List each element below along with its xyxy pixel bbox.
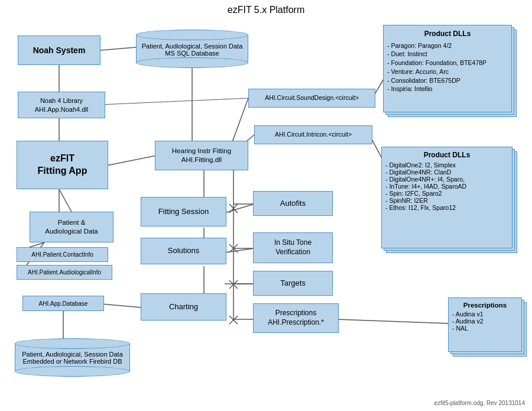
targets-box: Targets <box>253 271 333 296</box>
product-dlls-bottom-item-4: - InTune: I4+, I4AD, SparoAD <box>385 183 508 190</box>
product-dlls-top: Product DLLs - Paragon: Paragon 4/2 - Du… <box>383 25 512 114</box>
page-title: ezFIT 5.x Platform <box>0 5 532 15</box>
prescriptions-box: Prescriptions AHI.Prescription.* <box>253 303 339 333</box>
svg-line-0 <box>100 47 136 50</box>
product-dlls-top-item-1: - Paragon: Paragon 4/2 <box>387 41 452 50</box>
ezfit-app-box: ezFIT Fitting App <box>17 141 108 189</box>
svg-line-32 <box>229 280 238 289</box>
product-dlls-bottom-item-7: - Ethos: I12, Flx, Sparo12 <box>385 204 508 211</box>
svg-line-11 <box>225 248 254 253</box>
hearing-instr-box: Hearing Instr Fitting AHI.Fitting.dll <box>155 141 248 170</box>
product-dlls-top-item-3: - Foundation: Foundation, BTE478P <box>387 59 486 67</box>
svg-line-5 <box>231 98 248 147</box>
svg-line-20 <box>102 304 142 308</box>
product-dlls-bottom-item-6: - SpinNR: I2ER <box>385 197 508 204</box>
noah-system-box: Noah System <box>18 35 100 65</box>
svg-line-33 <box>229 280 238 289</box>
product-dlls-top-title: Product DLLs <box>387 29 508 39</box>
footnote: ezfit5-platform.odg, Rev 20131014 <box>434 400 525 406</box>
ahi-circuit-intricon-box: AHI.Circuit.Intricon.<circuit> <box>254 125 372 144</box>
autofits-box: Autofits <box>253 191 333 216</box>
noah-library-box: Noah 4 Library AHI.App.Noah4.dll <box>18 92 105 118</box>
firebird-db-label: Patient, Audiological, Session Data Embe… <box>22 351 123 365</box>
ahi-circuit-sound-box: AHI.Circuit.SoundDesign.<circuit> <box>248 89 375 108</box>
product-dlls-bottom-item-5: - Spin: I2FC, Sparo2 <box>385 190 508 197</box>
product-dlls-top-item-4: - Venture: Accurio, Arc <box>387 67 449 76</box>
prescriptions-right-item-1: - Audina v1 <box>452 310 518 318</box>
product-dlls-bottom-item-3: - DigitalOne4NR+: I4, Sparo, <box>385 176 508 183</box>
ahi-patient-audio-box: AHI.Patient.AudiologicalInfo <box>17 265 112 280</box>
fitting-session-box: Fitting Session <box>141 197 226 226</box>
svg-line-22 <box>59 189 72 213</box>
prescriptions-right-item-2: - Audina v2 <box>452 318 518 325</box>
product-dlls-top-item-5: - Consolidator: BTE675DP <box>387 76 460 85</box>
diagram: ezFIT 5.x Platform <box>0 0 532 411</box>
svg-line-31 <box>229 244 238 253</box>
patient-audio-box: Patient & Audiological Data <box>30 212 113 242</box>
svg-line-10 <box>225 204 254 213</box>
prescriptions-right: Prescriptions - Audina v1 - Audina v2 - … <box>448 297 522 352</box>
svg-line-34 <box>229 316 238 324</box>
charting-box: Charting <box>141 293 226 321</box>
product-dlls-top-item-2: - Duet: Instinct <box>387 50 427 59</box>
patient-db-label: Patient, Audiological, Session Data MS S… <box>142 43 243 57</box>
svg-line-4 <box>106 156 157 166</box>
firebird-db-container: Patient, Audiological, Session Data Embe… <box>15 338 130 377</box>
svg-line-35 <box>229 316 238 324</box>
patient-db-container: Patient, Audiological, Session Data MS S… <box>136 30 248 68</box>
product-dlls-bottom-item-1: - DigitalOne2: I2, Simplex <box>385 161 508 169</box>
svg-line-29 <box>229 204 238 213</box>
product-dlls-bottom: Product DLLs - DigitalOne2: I2, Simplex … <box>381 147 512 248</box>
ahi-app-database-box: AHI.App.Database <box>22 296 104 311</box>
prescriptions-right-title: Prescriptions <box>452 302 518 309</box>
svg-line-13 <box>337 319 449 323</box>
prescriptions-right-item-3: - NAL <box>452 325 518 332</box>
svg-line-30 <box>229 244 238 253</box>
product-dlls-bottom-item-2: - DigitalOne4NR: ClanD <box>385 169 508 176</box>
ahi-patient-contact-box: AHI.Patient.ContactInfo <box>17 247 108 262</box>
svg-line-17 <box>30 242 44 247</box>
product-dlls-top-item-6: - Inspiria: Intellio <box>387 85 432 93</box>
svg-line-21 <box>100 98 248 105</box>
in-situ-box: In Situ Tone Verification <box>253 232 333 263</box>
product-dlls-bottom-title: Product DLLs <box>385 151 508 159</box>
solutions-box: Solutions <box>141 238 226 264</box>
svg-line-28 <box>229 204 238 213</box>
